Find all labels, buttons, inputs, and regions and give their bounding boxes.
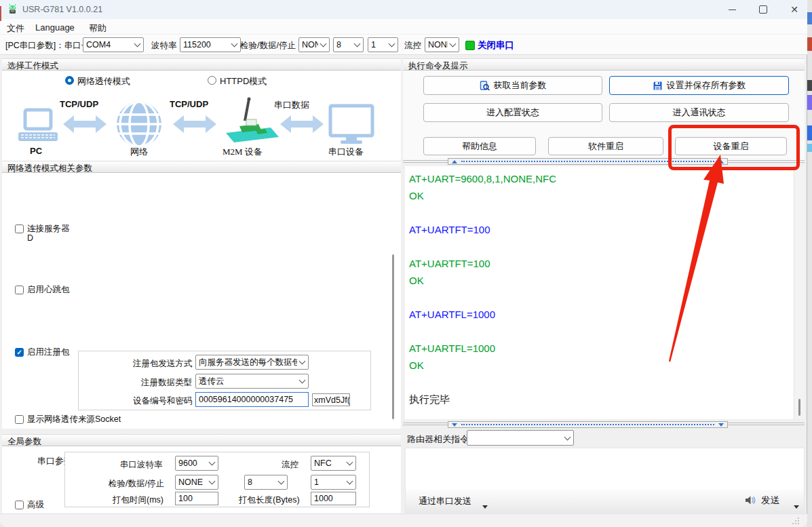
g-baud-label: 串口波特率 [120,459,163,471]
log-line: OK [409,187,794,204]
packtime-label: 打包时间(ms) [113,494,163,506]
parity-label: 检验/数据/停止 [240,40,296,52]
pc-label: PC [30,146,42,156]
resize-grip-icon[interactable] [792,518,800,525]
screen: USR-G781 V1.0.0.21 ✕ 文件 Language 帮助 [PC串… [0,0,812,527]
collapse-down-icon [452,423,457,427]
com-port-select[interactable]: COM4 [83,37,144,52]
tcp-udp-label-1: TCP/UDP [60,99,98,109]
chevron-down-icon [450,41,457,47]
log-splitter-bottom[interactable] [448,421,728,428]
g-parity-label: 检验/数据/停止 [109,478,164,490]
menu-language[interactable]: Language [35,22,75,33]
title-bar: USR-G781 V1.0.0.21 ✕ [0,0,807,19]
enter-comm-button[interactable]: 进入通讯状态 [609,103,789,122]
g-stopbits-select[interactable]: 1 [311,475,356,490]
background-edge-segment [807,37,812,51]
m2m-label: M2M 设备 [223,146,263,158]
radio-transparent-label[interactable]: 网络透传模式 [77,75,130,87]
flow-select[interactable]: NONE [425,37,459,52]
parity-select[interactable]: NONI [298,37,330,52]
flow-label: 流控 [404,40,421,52]
chevron-down-icon [347,459,353,466]
radio-httpd-label[interactable]: HTTPD模式 [220,75,267,87]
speaker-icon [745,494,756,506]
show-socket-checkbox[interactable] [15,415,24,424]
reg-type-select[interactable]: 透传云 [195,374,309,389]
databits-select[interactable]: 8 [333,37,364,52]
serial-device-icon [330,106,372,144]
help-info-button[interactable]: 帮助信息 [423,137,536,155]
dev-pwd-input[interactable]: xmVd5Jf( [312,393,350,406]
chevron-down-icon [299,377,306,384]
enter-config-button[interactable]: 进入配置状态 [423,103,602,122]
dev-id-input[interactable]: 00059614000000037475 [195,392,309,407]
collapse-up-icon [452,160,457,163]
menu-bar: 文件 Language 帮助 [0,19,807,34]
chevron-down-icon[interactable] [794,499,799,511]
reg-send-select[interactable]: 向服务器发送的每个数据包 [195,355,309,370]
background-edge-segment [807,12,812,24]
log-scrollbar-thumb[interactable] [798,399,800,416]
close-port-link[interactable]: 关闭串口 [478,39,514,52]
log-splitter-top[interactable] [448,158,728,165]
serial-toolbar: [PC串口参数]：串口号 COM4 波特率 115200 检验/数据/停止 NO… [0,34,807,55]
packlen-label: 打包长度(Bytes) [239,494,300,506]
chevron-down-icon [134,41,141,47]
tcp-udp-label-2: TCP/UDP [170,99,208,109]
net-params-header: 网络透传模式相关参数 [2,161,401,173]
log-line: OK [409,272,794,289]
menu-file[interactable]: 文件 [7,22,24,35]
background-edge-segment [807,80,812,91]
packlen-input[interactable]: 1000 [311,492,356,505]
chevron-down-icon [231,41,238,47]
set-save-params-button[interactable]: 设置并保存所有参数 [609,76,789,95]
log-line [409,204,794,221]
search-doc-icon [480,81,490,91]
software-restart-button[interactable]: 软件重启 [548,137,663,155]
connect-server-checkbox[interactable] [15,225,24,233]
packtime-input[interactable]: 100 [175,492,218,505]
maximize-button[interactable] [753,3,773,16]
close-button[interactable]: ✕ [784,3,805,16]
minimize-button[interactable] [722,3,742,16]
regpack-checkbox[interactable] [15,348,24,357]
m2m-device-icon [226,98,279,143]
g-databits-select[interactable]: 8 [244,475,288,490]
g-baud-select[interactable]: 9600 [175,456,218,471]
at-log[interactable]: AT+UART=9600,8,1,NONE,NFCOK AT+UARTFT=10… [405,166,794,419]
baud-select[interactable]: 115200 [180,37,241,52]
log-line: AT+UARTFT=100 [409,221,794,238]
serial-device-label: 串口设备 [328,146,364,158]
app-window: USR-G781 V1.0.0.21 ✕ 文件 Language 帮助 [PC串… [0,0,807,527]
radio-transparent-mode[interactable] [65,76,74,85]
serial-data-label: 串口数据 [274,99,309,111]
stopbits-select[interactable]: 1 [368,37,398,52]
log-line [409,374,794,391]
device-restart-button[interactable]: 设备重启 [675,137,787,155]
chevron-down-icon [564,433,571,440]
send-via-serial-dropdown[interactable]: 通过串口发送 [419,495,471,507]
g-flow-select[interactable]: NFC [311,456,356,471]
advanced-label: 高级 [27,499,44,511]
window-title: USR-G781 V1.0.0.21 [22,5,102,14]
send-button[interactable]: 发送 [761,494,779,507]
get-params-button[interactable]: 获取当前参数 [423,76,602,95]
collapse-up-icon [718,160,724,163]
log-scrollbar-track[interactable] [794,166,805,419]
advanced-checkbox[interactable] [15,501,24,509]
g-parity-select[interactable]: NONE [175,475,218,490]
menu-help[interactable]: 帮助 [89,22,107,35]
router-cmd-select[interactable] [467,430,574,446]
radio-httpd-mode[interactable] [208,76,216,85]
maximize-icon [759,5,767,14]
chevron-down-icon [320,41,327,47]
chevron-down-icon [389,41,395,47]
left-panel-scrollbar[interactable] [392,254,394,419]
log-line: AT+UARTFL=1000 [409,340,794,357]
close-icon: ✕ [790,4,798,15]
app-icon [7,3,18,15]
heartbeat-checkbox[interactable] [15,286,24,294]
chevron-down-icon[interactable] [482,499,488,511]
baud-label: 波特率 [151,40,177,52]
